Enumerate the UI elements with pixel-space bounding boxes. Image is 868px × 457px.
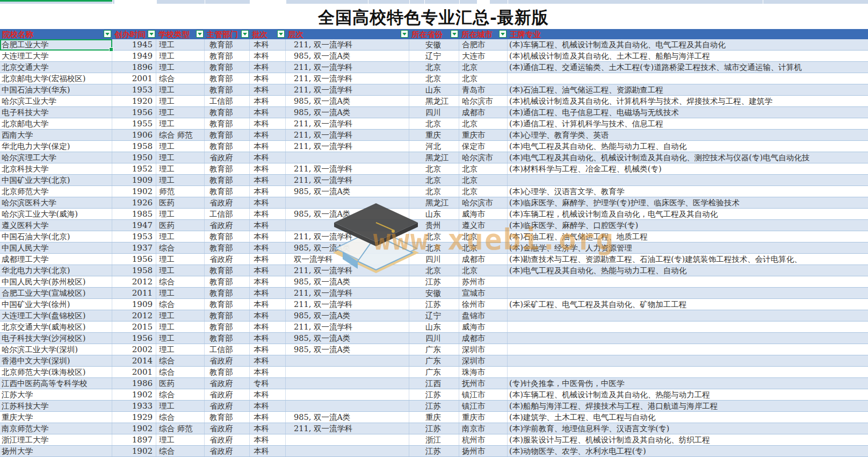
cell-dept[interactable]: 教育部 bbox=[205, 163, 250, 174]
cell-dept[interactable]: 教育部 bbox=[205, 299, 250, 310]
cell-batch[interactable]: 本科 bbox=[250, 118, 286, 129]
cell-level[interactable]: 211, 双一流学科 bbox=[286, 322, 409, 332]
cell-type[interactable]: 综合 bbox=[156, 412, 205, 423]
column-header-city[interactable]: 所在城市 bbox=[459, 29, 508, 39]
cell-province[interactable]: 山东 bbox=[409, 84, 459, 95]
cell-batch[interactable]: 本科 bbox=[250, 412, 286, 423]
cell-name[interactable]: 哈尔滨理工大学 bbox=[0, 152, 112, 163]
cell-year[interactable]: 1953 bbox=[112, 84, 156, 95]
cell-name[interactable]: 北京师范大学(珠海校区) bbox=[0, 367, 112, 377]
cell-year[interactable]: 2015 bbox=[112, 322, 156, 332]
cell-year[interactable]: 1896 bbox=[112, 62, 156, 73]
cell-dept[interactable]: 教育部 bbox=[205, 39, 250, 50]
cell-batch[interactable]: 本科 bbox=[250, 175, 286, 185]
cell-type[interactable]: 理工 bbox=[156, 62, 205, 73]
cell-dept[interactable]: 省政府 bbox=[205, 446, 250, 456]
cell-city[interactable]: 哈尔滨市 bbox=[459, 152, 508, 163]
cell-city[interactable]: 重庆市 bbox=[459, 130, 508, 140]
cell-level[interactable]: 211, 双一流学科 bbox=[286, 62, 409, 73]
cell-level[interactable]: 211, 双一流学科 bbox=[286, 84, 409, 95]
cell-type[interactable]: 综合 bbox=[156, 355, 205, 366]
cell-city[interactable]: 保定市 bbox=[459, 141, 508, 152]
cell-city[interactable]: 青岛市 bbox=[459, 84, 508, 95]
cell-majors[interactable]: (本)通信工程、交通运输类、土木工程(专)道路桥梁工程技术、城市交通运输、计算机 bbox=[508, 62, 868, 73]
cell-city[interactable]: 盘锦市 bbox=[459, 310, 508, 321]
cell-name[interactable]: 中国矿业大学(北京) bbox=[0, 175, 112, 185]
cell-dept[interactable]: 工信部 bbox=[205, 344, 250, 355]
cell-year[interactable]: 1937 bbox=[112, 242, 156, 253]
cell-name[interactable]: 成都理工大学 bbox=[0, 254, 112, 265]
cell-level[interactable] bbox=[286, 401, 409, 411]
cell-majors[interactable]: (本)服装设计与工程、机械设计制造及其自动化、纺织工程 bbox=[508, 434, 868, 445]
cell-year[interactable]: 1950 bbox=[112, 152, 156, 163]
cell-year[interactable]: 1953 bbox=[112, 231, 156, 242]
cell-majors[interactable]: (本)机械设计制造及其自动化、计算机科学与技术、焊接技术与工程、建筑学 bbox=[508, 96, 868, 106]
cell-year[interactable]: 1929 bbox=[112, 412, 156, 423]
cell-year[interactable]: 1902 bbox=[112, 186, 156, 197]
cell-type[interactable]: 理工 bbox=[156, 107, 205, 118]
cell-dept[interactable]: 省政府 bbox=[205, 355, 250, 366]
cell-batch[interactable]: 本科 bbox=[250, 367, 286, 377]
cell-batch[interactable]: 本科 bbox=[250, 152, 286, 163]
cell-level[interactable] bbox=[286, 152, 409, 163]
cell-city[interactable]: 北京 bbox=[459, 175, 508, 185]
cell-batch[interactable]: 本科 bbox=[250, 209, 286, 219]
cell-city[interactable]: 威海市 bbox=[459, 209, 508, 219]
cell-majors[interactable] bbox=[508, 276, 868, 287]
cell-majors[interactable] bbox=[508, 367, 868, 377]
cell-batch[interactable]: 本科 bbox=[250, 96, 286, 106]
cell-dept[interactable]: 省政府 bbox=[205, 401, 250, 411]
cell-name[interactable]: 北京师范大学 bbox=[0, 186, 112, 197]
cell-province[interactable]: 北京 bbox=[409, 118, 459, 129]
cell-city[interactable]: 遵义市 bbox=[459, 220, 508, 231]
cell-year[interactable]: 1902 bbox=[112, 446, 156, 456]
cell-dept[interactable]: 教育部 bbox=[205, 367, 250, 377]
cell-year[interactable]: 1945 bbox=[112, 39, 156, 50]
cell-city[interactable]: 徐州市 bbox=[459, 299, 508, 310]
cell-majors[interactable]: (本)电气工程及其自动化、热能与动力工程、自动化 bbox=[508, 265, 868, 276]
cell-province[interactable]: 辽宁 bbox=[409, 51, 459, 61]
cell-province[interactable]: 山东 bbox=[409, 322, 459, 332]
cell-batch[interactable]: 本科 bbox=[250, 62, 286, 73]
cell-province[interactable]: 重庆 bbox=[409, 130, 459, 140]
cell-type[interactable]: 理工 bbox=[156, 401, 205, 411]
cell-city[interactable]: 北京 bbox=[459, 62, 508, 73]
cell-year[interactable]: 1933 bbox=[112, 401, 156, 411]
cell-dept[interactable]: 省政府 bbox=[205, 434, 250, 445]
cell-dept[interactable]: 省政府 bbox=[205, 220, 250, 231]
cell-majors[interactable] bbox=[508, 322, 868, 332]
cell-type[interactable]: 综合 bbox=[156, 276, 205, 287]
cell-dept[interactable]: 教育部 bbox=[205, 242, 250, 253]
cell-province[interactable]: 辽宁 bbox=[409, 310, 459, 321]
cell-batch[interactable]: 本科 bbox=[250, 39, 286, 50]
cell-name[interactable]: 哈尔滨工业大学(威海) bbox=[0, 209, 112, 219]
cell-majors[interactable]: (本)通信工程、电子信息工程、电磁场与无线技术 bbox=[508, 107, 868, 118]
cell-level[interactable]: 985, 双一流A类 bbox=[286, 107, 409, 118]
cell-year[interactable]: 1947 bbox=[112, 220, 156, 231]
cell-type[interactable]: 理工 bbox=[156, 175, 205, 185]
cell-city[interactable]: 重庆市 bbox=[459, 412, 508, 423]
cell-majors[interactable] bbox=[508, 355, 868, 366]
cell-batch[interactable]: 本科 bbox=[250, 220, 286, 231]
cell-level[interactable] bbox=[286, 389, 409, 400]
cell-city[interactable]: 哈尔滨市 bbox=[459, 96, 508, 106]
cell-province[interactable]: 河北 bbox=[409, 141, 459, 152]
cell-city[interactable]: 成都市 bbox=[459, 107, 508, 118]
cell-level[interactable]: 211, 双一流学科 bbox=[286, 265, 409, 276]
cell-name[interactable]: 西南大学 bbox=[0, 130, 112, 140]
cell-city[interactable]: 抚州市 bbox=[459, 378, 508, 389]
cell-type[interactable]: 理工 bbox=[156, 344, 205, 355]
cell-name[interactable]: 合肥工业大学 bbox=[0, 39, 112, 50]
cell-majors[interactable] bbox=[508, 333, 868, 344]
cell-level[interactable]: 985, 双一流A类 bbox=[286, 276, 409, 287]
cell-batch[interactable]: 本科 bbox=[250, 265, 286, 276]
cell-city[interactable]: 北京 bbox=[459, 73, 508, 84]
cell-majors[interactable]: (本)机械设计制造及其自动化、土木工程、船舶与海洋工程 bbox=[508, 51, 868, 61]
cell-name[interactable]: 北京邮电大学(宏福校区) bbox=[0, 73, 112, 84]
cell-name[interactable]: 浙江理工大学 bbox=[0, 434, 112, 445]
cell-name[interactable]: 大连理工大学 bbox=[0, 51, 112, 61]
cell-batch[interactable]: 本科 bbox=[250, 355, 286, 366]
cell-province[interactable]: 江苏 bbox=[409, 299, 459, 310]
cell-level[interactable] bbox=[286, 355, 409, 366]
cell-city[interactable]: 杭州市 bbox=[459, 434, 508, 445]
